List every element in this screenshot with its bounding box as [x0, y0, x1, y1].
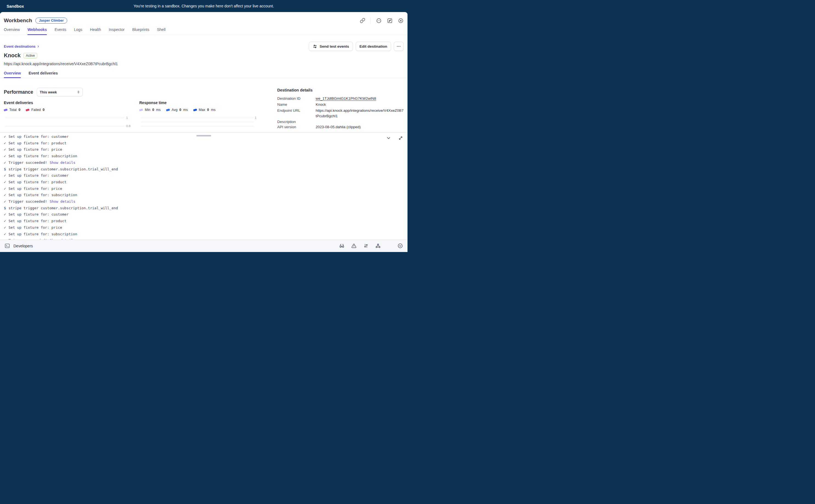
tab-inspector[interactable]: Inspector [109, 27, 125, 35]
terminal-line: ✓Set up fixture for: customer [4, 211, 404, 218]
event-deliveries-chart-title: Event deliveries [4, 101, 133, 105]
terminal-line: ✓Trigger succeeded!Show details [4, 198, 404, 205]
terminal-line: ✓Set up fixture for: subscription [4, 153, 404, 159]
destination-id-link[interactable]: we_1TJdlBGmtG1K1PhG7KW2wlN8 [316, 96, 376, 101]
edit-destination-label: Edit destination [360, 44, 387, 48]
min-swatch-icon [139, 108, 143, 111]
terminal-line: ✓Set up fixture for: subscription [4, 231, 404, 237]
destination-tab-bar: Overview Event deliveries [0, 71, 408, 78]
developers-terminal-panel[interactable]: ✓Set up fixture for: customer ✓Set up fi… [0, 132, 408, 239]
edit-destination-button[interactable]: Edit destination [356, 42, 391, 51]
subtab-overview[interactable]: Overview [4, 71, 21, 78]
terminal-line: ✓Set up fixture for: subscription [4, 192, 404, 198]
terminal-line: ✓Set up fixture for: customer [4, 133, 404, 140]
terminal-drag-handle[interactable] [196, 135, 211, 136]
date-range-value: This week [40, 90, 57, 94]
tab-logs[interactable]: Logs [74, 27, 82, 35]
avg-swatch-icon [166, 108, 170, 111]
destination-page: Event destinations Send test events Edit [0, 42, 408, 130]
workbench-window: Sandbox You're testing in a sandbox. Cha… [0, 0, 408, 252]
ytick-0-8: 0.8 [126, 124, 130, 128]
terminal-command-line: $stripe trigger customer.subscription.tr… [4, 166, 404, 173]
response-time-plot: 1 [139, 118, 260, 130]
date-range-select[interactable]: This week [37, 88, 83, 96]
sandbox-banner: Sandbox You're testing in a sandbox. Cha… [0, 0, 408, 12]
send-test-events-button[interactable]: Send test events [309, 42, 353, 51]
show-details-link[interactable]: Show details [50, 199, 75, 204]
terminal-prompt-icon [4, 243, 10, 249]
tab-health[interactable]: Health [90, 27, 101, 35]
event-deliveries-plot: 1 0.8 [4, 118, 133, 130]
event-deliveries-legend: Total 0 Failed 0 [4, 108, 133, 112]
destination-details-panel: Destination details Destination ID we_1T… [277, 88, 404, 130]
response-time-legend: Min 0 ms Avg 0 ms [139, 108, 260, 112]
webhook-icon[interactable] [375, 243, 381, 249]
event-deliveries-chart: Event deliveries Total 0 Failed [4, 101, 133, 130]
tab-overview[interactable]: Overview [4, 27, 20, 35]
legend-max: Max 0 ms [193, 108, 216, 112]
developers-toggle[interactable]: Developers [4, 243, 33, 249]
more-options-icon[interactable] [376, 18, 382, 24]
developers-bar: Developers [0, 239, 408, 252]
detail-row-destination-id: Destination ID we_1TJdlBGmtG1K1PhG7KW2wl… [277, 96, 404, 101]
send-test-events-label: Send test events [320, 44, 349, 48]
workbench-title: Workbench [4, 18, 32, 24]
subtab-event-deliveries[interactable]: Event deliveries [28, 71, 58, 78]
legend-avg: Avg 0 ms [166, 108, 188, 112]
terminal-line: ✓Set up fixture for: product [4, 218, 404, 224]
ytick-1: 1 [255, 116, 257, 119]
developers-label: Developers [13, 244, 33, 248]
endpoint-url-text: https://api.knock.app/integrations/recei… [4, 62, 404, 66]
terminal-line: ✓Set up fixture for: price [4, 146, 404, 153]
terminal-line: ✓Set up fixture for: customer [4, 172, 404, 179]
terminal-collapse-chevron-icon[interactable] [386, 136, 391, 141]
terminal-line: ✓Set up fixture for: price [4, 224, 404, 231]
terminal-line: ✓Set up fixture for: product [4, 140, 404, 147]
workbench-header: Workbench Jasper Climber [0, 12, 408, 25]
breadcrumb-label: Event destinations [4, 44, 36, 48]
detail-row-description: Description [277, 119, 404, 124]
close-window-icon[interactable] [398, 18, 404, 24]
ytick-1: 1 [126, 116, 128, 119]
legend-min: Min 0 ms [139, 108, 161, 112]
chevron-down-circle-icon[interactable] [397, 243, 403, 249]
response-time-chart: Response time Min 0 ms A [139, 101, 260, 130]
arrows-down-up-icon[interactable] [363, 243, 369, 249]
sandbox-account-badge[interactable]: Jasper Climber [35, 18, 67, 24]
status-badge: Active [23, 53, 37, 58]
copy-link-icon[interactable] [360, 18, 365, 23]
tab-webhooks[interactable]: Webhooks [27, 27, 47, 35]
warning-triangle-icon[interactable] [351, 243, 357, 249]
tab-shell[interactable]: Shell [157, 27, 165, 35]
workbench-card: Workbench Jasper Climber [0, 12, 408, 252]
performance-heading: Performance [4, 89, 33, 95]
terminal-output[interactable]: ✓Set up fixture for: customer ✓Set up fi… [0, 133, 408, 240]
chevron-right-icon [37, 45, 40, 48]
legend-total: Total 0 [4, 108, 20, 112]
tab-events[interactable]: Events [55, 27, 66, 35]
collapse-window-icon[interactable] [387, 18, 393, 24]
updown-chevrons-icon [76, 90, 80, 94]
terminal-line: ✓Set up fixture for: product [4, 179, 404, 185]
detail-row-endpoint-url: Endpoint URL https://api.knock.app/integ… [277, 108, 404, 119]
response-time-chart-title: Response time [139, 101, 260, 105]
terminal-line: ✓Trigger succeeded!Show details [4, 159, 404, 166]
legend-failed: Failed 0 [26, 108, 44, 112]
detail-row-api-version: API version 2023-08-05.dahlia (clipped) [277, 124, 404, 130]
inspector-binoculars-icon[interactable] [339, 243, 345, 249]
max-swatch-icon [193, 108, 197, 111]
swap-arrows-icon [313, 44, 317, 49]
sandbox-message: You're testing in a sandbox. Changes you… [133, 4, 274, 8]
show-details-link[interactable]: Show details [50, 161, 75, 165]
total-swatch-icon [4, 108, 7, 111]
destination-details-heading: Destination details [277, 88, 404, 92]
page-title: Knock [4, 52, 21, 59]
failed-swatch-icon [26, 108, 30, 111]
breadcrumb[interactable]: Event destinations [4, 44, 40, 48]
destination-more-button[interactable]: ⋯ [394, 42, 404, 51]
tab-blueprints[interactable]: Blueprints [132, 27, 149, 35]
terminal-line: ✓Set up fixture for: price [4, 185, 404, 192]
terminal-expand-icon[interactable] [398, 136, 403, 141]
workbench-tab-bar: Overview Webhooks Events Logs Health Ins… [0, 27, 408, 35]
detail-row-name: Name Knock [277, 102, 404, 107]
